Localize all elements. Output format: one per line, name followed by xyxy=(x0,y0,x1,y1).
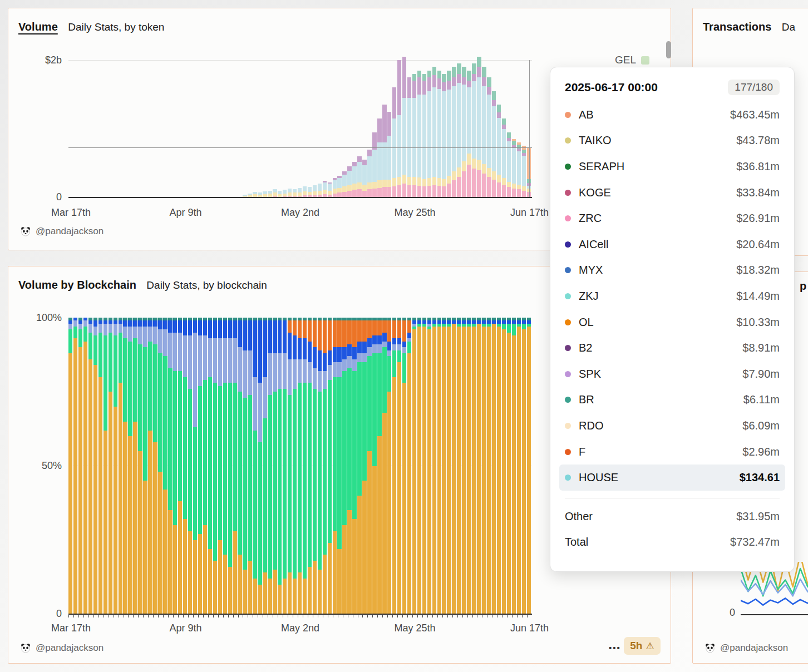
bar[interactable] xyxy=(362,318,366,614)
volume-bar-chart[interactable] xyxy=(68,60,532,197)
bar[interactable] xyxy=(68,318,72,614)
bar[interactable] xyxy=(417,318,421,614)
legend-item-gel[interactable]: GEL xyxy=(615,54,649,66)
bar[interactable] xyxy=(462,67,466,197)
bar[interactable] xyxy=(178,318,182,614)
attribution[interactable]: @pandajackson xyxy=(21,226,104,237)
bar[interactable] xyxy=(447,318,451,614)
bar[interactable] xyxy=(477,318,481,614)
legend-scrollbar[interactable] xyxy=(666,41,671,58)
bar[interactable] xyxy=(253,318,257,614)
bar[interactable] xyxy=(517,318,521,614)
bar[interactable] xyxy=(128,318,132,614)
bar[interactable] xyxy=(522,318,526,614)
bar[interactable] xyxy=(372,132,376,197)
bar[interactable] xyxy=(417,71,421,197)
chain-bar-chart[interactable] xyxy=(68,318,532,614)
bar[interactable] xyxy=(472,318,476,614)
bar[interactable] xyxy=(148,318,152,614)
bar[interactable] xyxy=(283,318,287,614)
bar[interactable] xyxy=(392,318,396,614)
volume-title-link[interactable]: Volume xyxy=(18,21,58,33)
bar[interactable] xyxy=(268,318,272,614)
bar[interactable] xyxy=(387,112,391,197)
bar[interactable] xyxy=(367,150,371,197)
bar[interactable] xyxy=(427,318,431,614)
bar[interactable] xyxy=(457,63,461,197)
bar[interactable] xyxy=(492,318,496,614)
bar[interactable] xyxy=(517,142,521,197)
bar[interactable] xyxy=(352,318,356,614)
bar[interactable] xyxy=(452,67,456,197)
chain-title[interactable]: Volume by Blockchain xyxy=(18,279,136,291)
bar[interactable] xyxy=(198,318,202,614)
bar[interactable] xyxy=(83,318,87,614)
bar[interactable] xyxy=(283,190,287,197)
bar[interactable] xyxy=(273,189,277,197)
bar[interactable] xyxy=(333,318,337,614)
bar[interactable] xyxy=(387,318,391,614)
bar[interactable] xyxy=(223,318,227,614)
bar[interactable] xyxy=(407,77,411,197)
bar[interactable] xyxy=(492,91,496,197)
bar[interactable] xyxy=(248,318,252,614)
bar[interactable] xyxy=(93,318,97,614)
bar[interactable] xyxy=(78,318,82,614)
bar[interactable] xyxy=(273,318,277,614)
bar[interactable] xyxy=(88,318,92,614)
ellipsis-menu-icon[interactable]: ••• xyxy=(609,643,621,653)
bar[interactable] xyxy=(203,318,207,614)
bar[interactable] xyxy=(298,188,302,197)
bar[interactable] xyxy=(323,318,327,614)
bar[interactable] xyxy=(342,171,346,197)
bar[interactable] xyxy=(278,318,282,614)
bar[interactable] xyxy=(512,318,516,614)
bar[interactable] xyxy=(507,132,511,197)
bar[interactable] xyxy=(402,57,406,197)
bar[interactable] xyxy=(313,185,317,197)
bar[interactable] xyxy=(432,318,436,614)
bar[interactable] xyxy=(382,318,386,614)
bar[interactable] xyxy=(263,318,267,614)
bar[interactable] xyxy=(447,71,451,197)
bar[interactable] xyxy=(462,318,466,614)
bar[interactable] xyxy=(452,318,456,614)
bar[interactable] xyxy=(163,318,167,614)
bar[interactable] xyxy=(323,181,327,197)
bar[interactable] xyxy=(372,318,376,614)
bar[interactable] xyxy=(442,318,446,614)
bar[interactable] xyxy=(467,318,471,614)
bar[interactable] xyxy=(303,186,307,197)
bar[interactable] xyxy=(367,318,371,614)
bar[interactable] xyxy=(422,74,426,197)
bar[interactable] xyxy=(337,176,341,198)
transactions-title[interactable]: Transactions xyxy=(703,21,771,33)
bar[interactable] xyxy=(402,318,406,614)
bar[interactable] xyxy=(527,318,531,614)
bar[interactable] xyxy=(168,318,172,614)
attribution[interactable]: @pandajackson xyxy=(705,643,788,654)
bar[interactable] xyxy=(422,318,426,614)
bar[interactable] xyxy=(333,178,337,197)
bar[interactable] xyxy=(98,318,102,614)
bar[interactable] xyxy=(153,318,157,614)
bar[interactable] xyxy=(73,318,77,614)
bar[interactable] xyxy=(487,77,491,197)
bar[interactable] xyxy=(303,318,307,614)
bar[interactable] xyxy=(318,184,322,197)
bar[interactable] xyxy=(238,318,242,614)
bar[interactable] xyxy=(467,71,471,197)
bar[interactable] xyxy=(258,318,262,614)
bar[interactable] xyxy=(362,160,366,197)
bar[interactable] xyxy=(442,74,446,197)
bar[interactable] xyxy=(218,318,222,614)
bar[interactable] xyxy=(497,318,501,614)
bar[interactable] xyxy=(357,156,361,197)
bar[interactable] xyxy=(482,318,486,614)
bar[interactable] xyxy=(288,189,292,197)
bar[interactable] xyxy=(397,60,401,197)
bar[interactable] xyxy=(119,318,122,614)
attribution[interactable]: @pandajackson xyxy=(21,643,104,654)
bar[interactable] xyxy=(412,74,416,197)
bar[interactable] xyxy=(313,318,317,614)
